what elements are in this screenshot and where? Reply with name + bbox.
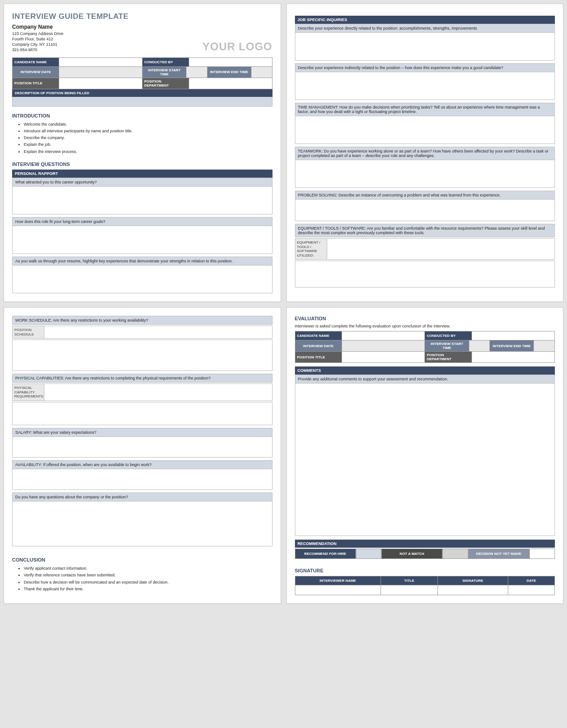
list-item: Thank the applicant for their time. [24,586,273,593]
label-physical-capability: PHYSICAL CAPABILITY REQUIREMENTS [12,384,44,401]
section-evaluation: EVALUATION [295,316,555,321]
input-position-dept[interactable] [189,78,272,89]
answer-box[interactable] [12,501,273,546]
answer-box[interactable] [12,437,273,458]
input-position-title[interactable] [59,78,142,89]
answer-box[interactable] [295,72,555,100]
rec-check-no-match[interactable] [442,549,468,559]
input-interview-date[interactable] [59,66,142,78]
comments-prompt: Provide any additional comments to suppo… [295,375,555,384]
question: What attracted you to this career opport… [12,178,273,187]
answer-box[interactable] [295,33,555,61]
answer-box[interactable] [295,116,555,144]
input-candidate-name[interactable] [59,57,142,66]
input-end-time[interactable] [251,67,272,78]
phone: 321-654-9870 [12,47,129,52]
doc-title: INTERVIEW GUIDE TEMPLATE [12,12,129,21]
bar-personal-rapport: PERSONAL RAPPORT [12,170,273,178]
label-end-time: INTERVIEW END TIME [490,340,534,351]
rec-check-undecided[interactable] [529,549,555,559]
input-equipment[interactable] [327,238,555,260]
input-title[interactable] [381,585,437,595]
list-item: Verify that reference contacts have been… [24,572,273,579]
input-end-time[interactable] [534,340,554,351]
list-item: Describe how a decision will be communic… [24,579,273,586]
label-position-schedule: POSITION SCHEDULE [12,326,44,339]
label-equipment: EQUIPMENT / TOOLS / SOFTWARE UTILIZED: [295,238,327,260]
company-name: Company Name [12,24,129,30]
address-line: 123 Company Address Drive [12,31,129,36]
list-item: Introduce all interview participants by … [24,128,273,135]
input-interviewer-name[interactable] [295,585,381,595]
rec-option-no-match: NOT A MATCH [381,549,442,559]
label-candidate-name: CANDIDATE NAME [13,57,59,66]
input-interview-date[interactable] [342,340,424,352]
input-conducted-by[interactable] [189,57,272,66]
bar-job-specific: JOB SPECIFIC INQUIRIES [295,16,555,24]
rec-option-undecided: DECISION NOT YET MADE [468,549,529,559]
label-position-dept: POSITION DEPARTMENT [425,352,472,363]
answer-box[interactable] [295,160,555,188]
signature-table: INTERVIEWER NAME TITLE SIGNATURE DATE [295,576,555,595]
answer-box[interactable] [12,187,273,214]
answer-box[interactable] [12,340,273,371]
eval-info-table: CANDIDATE NAME CONDUCTED BY INTERVIEW DA… [295,331,555,363]
answer-box[interactable] [12,469,273,490]
answer-box[interactable] [12,402,273,425]
col-title: TITLE [381,576,437,585]
question: PHYSICAL CAPABILITIES: Are there any res… [12,374,273,383]
label-position-title: POSITION TITLE [295,352,342,363]
logo-placeholder: YOUR LOGO [203,40,273,53]
answer-box[interactable] [295,200,555,221]
label-conducted-by: CONDUCTED BY [425,331,472,340]
col-interviewer-name: INTERVIEWER NAME [295,576,381,585]
question: TIME MANAGEMENT: How do you make decisio… [295,103,555,116]
page-1: INTERVIEW GUIDE TEMPLATE Company Name 12… [4,4,281,302]
comments-box[interactable] [295,384,555,536]
input-start-time[interactable] [186,67,207,78]
question: Do you have any questions about the comp… [12,493,273,501]
input-date[interactable] [508,585,554,595]
question: SALARY: What are your salary expectation… [12,428,273,437]
label-start-time: INTERVIEW START TIME [143,67,186,78]
evaluation-intro: Interviewer is asked complete the follow… [295,324,555,328]
input-conducted-by[interactable] [472,331,554,340]
label-conducted-by: CONDUCTED BY [142,57,189,66]
input-signature[interactable] [438,585,508,595]
section-signature: SIGNATURE [295,568,555,573]
question: Describe your experience indirectly rela… [295,63,555,72]
input-physical-capability[interactable] [44,384,273,401]
label-description: DESCRIPTION OF POSITION BEING FILLED [12,89,273,97]
label-candidate-name: CANDIDATE NAME [295,331,342,340]
question: EQUIPMENT / TOOLS / SOFTWARE: Are you fa… [295,224,555,237]
bar-comments: COMMENTS [295,366,555,375]
rec-check-hire[interactable] [356,549,381,559]
input-position-title[interactable] [342,352,424,363]
label-start-time: INTERVIEW START TIME [425,340,469,351]
question: PROBLEM SOLVING: Describe an instance of… [295,191,555,200]
input-position-dept[interactable] [472,352,554,363]
info-table: CANDIDATE NAME CONDUCTED BY INTERVIEW DA… [12,57,273,89]
question: AVAILABILITY: If offered the position, w… [12,460,273,469]
answer-box[interactable] [295,261,555,288]
label-position-dept: POSITION DEPARTMENT [142,78,189,89]
input-start-time[interactable] [469,340,489,351]
page-4: EVALUATION Interviewer is asked complete… [286,307,564,604]
question: WORK SCHEDULE: Are there any restriction… [12,316,273,325]
input-description[interactable] [12,97,273,107]
answer-box[interactable] [12,226,273,254]
label-end-time: INTERVIEW END TIME [207,67,251,78]
col-signature: SIGNATURE [438,576,508,585]
question: Describe your experience directly relate… [295,24,555,33]
page-2: JOB SPECIFIC INQUIRIES Describe your exp… [286,4,564,302]
label-interview-date: INTERVIEW DATE [13,66,59,78]
conclusion-list: Verify applicant contact information. Ve… [12,565,273,593]
input-position-schedule[interactable] [44,326,273,339]
address-line: Company City, NY 11101 [12,42,129,47]
page-3: WORK SCHEDULE: Are there any restriction… [4,307,281,604]
answer-box[interactable] [12,266,273,293]
input-candidate-name[interactable] [342,331,424,340]
section-interview-questions: INTERVIEW QUESTIONS [12,161,273,167]
list-item: Explain the job. [24,141,273,148]
section-introduction: INTRODUCTION [12,113,273,118]
